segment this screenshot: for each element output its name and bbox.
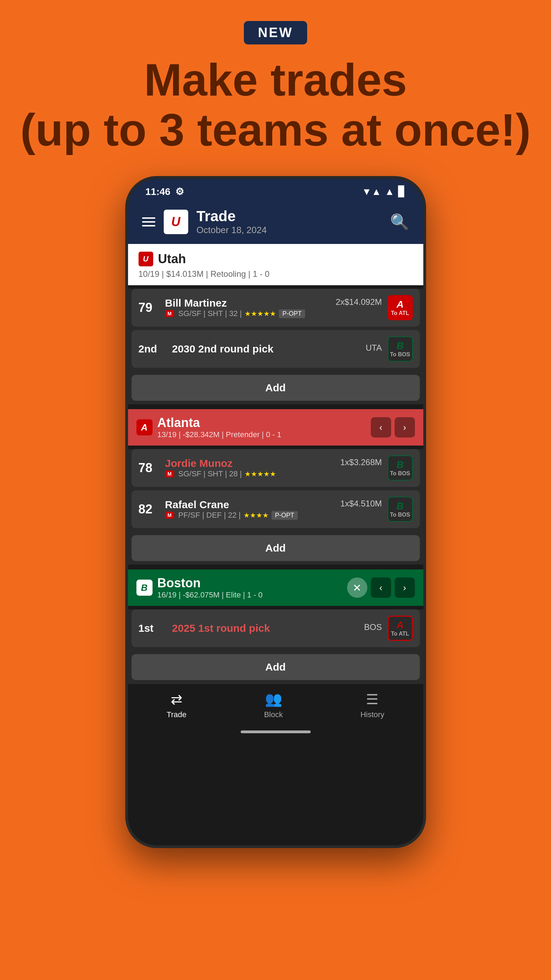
phone-screen: 11:46 ⚙ ▼▲ ▲ ▊ U bbox=[128, 179, 423, 845]
trade-label: Trade bbox=[167, 710, 186, 719]
phone-wrapper: 11:46 ⚙ ▼▲ ▲ ▊ U bbox=[0, 176, 551, 848]
utah-player-contract-1: 2x$14.092M bbox=[335, 297, 382, 307]
utah-player-row-1[interactable]: 79 Bill Martinez 2x$14.092M M SG/SF | SH… bbox=[132, 289, 420, 326]
boston-pick-team-1: BOS bbox=[364, 622, 382, 632]
boston-close-button[interactable]: ✕ bbox=[347, 578, 367, 598]
block-icon: 👥 bbox=[265, 691, 282, 707]
atlanta-next-btn[interactable]: › bbox=[395, 417, 415, 438]
boston-pick-round-1: 1st bbox=[138, 622, 167, 634]
atlanta-player-info-1: Jordie Munoz 1x$3.268M M SG/SF | SHT | 2… bbox=[165, 457, 382, 479]
atlanta-player-row-top-1: Jordie Munoz 1x$3.268M bbox=[165, 457, 382, 469]
to-atl-letter-outlined: A bbox=[396, 619, 403, 631]
utah-team-header: U Utah bbox=[138, 251, 413, 266]
atlanta-dark-section: 78 Jordie Munoz 1x$3.268M M SG/SF | SHT … bbox=[128, 449, 423, 565]
boston-pick-row-1[interactable]: 1st 2025 1st round pick BOS A To ATL bbox=[132, 609, 420, 647]
utah-player-details-1: M SG/SF | SHT | 32 | ★★★★★ P-OPT bbox=[165, 309, 382, 318]
utah-small-logo: U bbox=[138, 251, 153, 266]
boston-to-atl-badge: A To ATL bbox=[387, 616, 413, 641]
to-atl-label-outlined: To ATL bbox=[391, 631, 409, 637]
utah-team-stats: 10/19 | $14.013M | Retooling | 1 - 0 bbox=[138, 269, 413, 279]
atlanta-prev-btn[interactable]: ‹ bbox=[371, 417, 391, 438]
atlanta-player-contract-2: 1x$4.510M bbox=[340, 499, 382, 509]
phone-device: 11:46 ⚙ ▼▲ ▲ ▊ U bbox=[125, 176, 426, 848]
atlanta-stats: 13/19 | -$28.342M | Pretender | 0 - 1 bbox=[157, 430, 282, 439]
boston-next-btn[interactable]: › bbox=[395, 578, 415, 598]
hamburger-line bbox=[142, 225, 155, 226]
atlanta-player-contract-1: 1x$3.268M bbox=[340, 457, 382, 467]
atlanta-player-number-2: 82 bbox=[138, 502, 160, 517]
utah-team-section: U Utah 10/19 | $14.013M | Retooling | 1 … bbox=[128, 244, 423, 285]
utah-to-bos-badge: B To BOS bbox=[387, 336, 413, 361]
headline: Make trades (up to 3 teams at once!) bbox=[0, 55, 551, 155]
boston-info: Boston 16/19 | -$62.075M | Elite | 1 - 0 bbox=[157, 576, 263, 600]
utah-dark-section: 79 Bill Martinez 2x$14.092M M SG/SF | SH… bbox=[128, 289, 423, 404]
atlanta-player-pos-2: PF/SF | DEF | 22 | bbox=[178, 511, 241, 520]
m-logo: M bbox=[165, 470, 174, 477]
boston-pick-name-1: 2025 1st round pick bbox=[172, 622, 270, 634]
utah-pick-team-1: UTA bbox=[365, 343, 382, 353]
nav-block[interactable]: 👥 Block bbox=[264, 691, 283, 719]
header-title: Trade October 18, 2024 bbox=[197, 208, 267, 235]
atlanta-player-details-2: M PF/SF | DEF | 22 | ★★★★ P-OPT bbox=[165, 511, 382, 520]
settings-icon: ⚙ bbox=[175, 186, 184, 197]
atlanta-player-number-1: 78 bbox=[138, 461, 160, 475]
section-divider-1 bbox=[128, 404, 423, 409]
nav-trade[interactable]: ⇄ Trade bbox=[167, 691, 186, 719]
boston-header: B Boston 16/19 | -$62.075M | Elite | 1 -… bbox=[128, 570, 423, 606]
utah-player-info-1: Bill Martinez 2x$14.092M M SG/SF | SHT |… bbox=[165, 297, 382, 318]
utah-player-name-1: Bill Martinez bbox=[165, 297, 227, 309]
atlanta-info: Atlanta 13/19 | -$28.342M | Pretender | … bbox=[157, 415, 282, 439]
m-logo-2: M bbox=[165, 512, 174, 519]
atlanta-player-stars-2: ★★★★ bbox=[243, 511, 269, 519]
boston-left: B Boston 16/19 | -$62.075M | Elite | 1 -… bbox=[137, 576, 263, 600]
status-time: 11:46 bbox=[146, 186, 171, 197]
utah-add-button[interactable]: Add bbox=[132, 375, 420, 401]
to-atl-label: To ATL bbox=[391, 310, 409, 317]
search-button[interactable]: 🔍 bbox=[390, 213, 409, 231]
home-bar bbox=[241, 730, 311, 733]
bottom-nav: ⇄ Trade 👥 Block ☰ History bbox=[128, 684, 423, 725]
atlanta-player-row-top-2: Rafael Crane 1x$4.510M bbox=[165, 499, 382, 511]
atlanta-player-row-1[interactable]: 78 Jordie Munoz 1x$3.268M M SG/SF | SHT … bbox=[132, 449, 420, 487]
headline-line1: Make trades bbox=[0, 55, 551, 105]
boston-add-button[interactable]: Add bbox=[132, 654, 420, 680]
utah-player-pos-1: SG/SF | SHT | 32 | bbox=[178, 309, 242, 318]
atlanta-name: Atlanta bbox=[157, 415, 282, 430]
nav-history[interactable]: ☰ History bbox=[360, 691, 384, 719]
top-section: NEW Make trades (up to 3 teams at once!) bbox=[0, 0, 551, 155]
new-badge: NEW bbox=[244, 21, 307, 45]
boston-controls: ✕ ‹ › bbox=[347, 578, 415, 598]
utah-pick-info-1: 2030 2nd round pick UTA bbox=[172, 343, 382, 355]
atlanta-player-row-2[interactable]: 82 Rafael Crane 1x$4.510M M PF/SF | DEF … bbox=[132, 490, 420, 528]
atlanta-to-bos-badge-2: B To BOS bbox=[387, 496, 413, 522]
hamburger-line bbox=[142, 217, 155, 219]
boston-dark-section: 1st 2025 1st round pick BOS A To ATL Add bbox=[128, 609, 423, 684]
utah-pick-row-top: 2030 2nd round pick UTA bbox=[172, 343, 382, 355]
utah-player-number-1: 79 bbox=[138, 300, 160, 315]
battery-icon: ▊ bbox=[398, 186, 406, 197]
history-label: History bbox=[360, 710, 384, 719]
header-subtitle: October 18, 2024 bbox=[197, 225, 267, 235]
headline-line2: (up to 3 teams at once!) bbox=[0, 105, 551, 155]
atlanta-player-details-1: M SG/SF | SHT | 28 | ★★★★★ bbox=[165, 469, 382, 479]
home-indicator bbox=[128, 725, 423, 742]
history-icon: ☰ bbox=[366, 691, 378, 707]
utah-pick-name-1: 2030 2nd round pick bbox=[172, 343, 273, 355]
utah-player-opt-badge-1: P-OPT bbox=[279, 309, 305, 318]
atlanta-player-pos-1: SG/SF | SHT | 28 | bbox=[178, 469, 242, 479]
utah-pick-row-1[interactable]: 2nd 2030 2nd round pick UTA B To BOS bbox=[132, 330, 420, 368]
atlanta-header: A Atlanta 13/19 | -$28.342M | Pretender … bbox=[128, 409, 423, 445]
to-bos-letter-2: B bbox=[396, 501, 403, 512]
to-bos-letter-1: B bbox=[396, 459, 403, 470]
trade-icon: ⇄ bbox=[171, 691, 183, 707]
boston-pick-row-top: 2025 1st round pick BOS bbox=[172, 622, 382, 634]
hamburger-menu[interactable] bbox=[142, 217, 155, 226]
boston-logo: B bbox=[137, 580, 152, 596]
boston-name: Boston bbox=[157, 576, 263, 590]
utah-player-row-top-1: Bill Martinez 2x$14.092M bbox=[165, 297, 382, 309]
atlanta-player-name-1: Jordie Munoz bbox=[165, 457, 233, 469]
boston-prev-btn[interactable]: ‹ bbox=[371, 578, 391, 598]
section-divider-2 bbox=[128, 565, 423, 570]
atlanta-player-info-2: Rafael Crane 1x$4.510M M PF/SF | DEF | 2… bbox=[165, 499, 382, 520]
atlanta-add-button[interactable]: Add bbox=[132, 535, 420, 561]
